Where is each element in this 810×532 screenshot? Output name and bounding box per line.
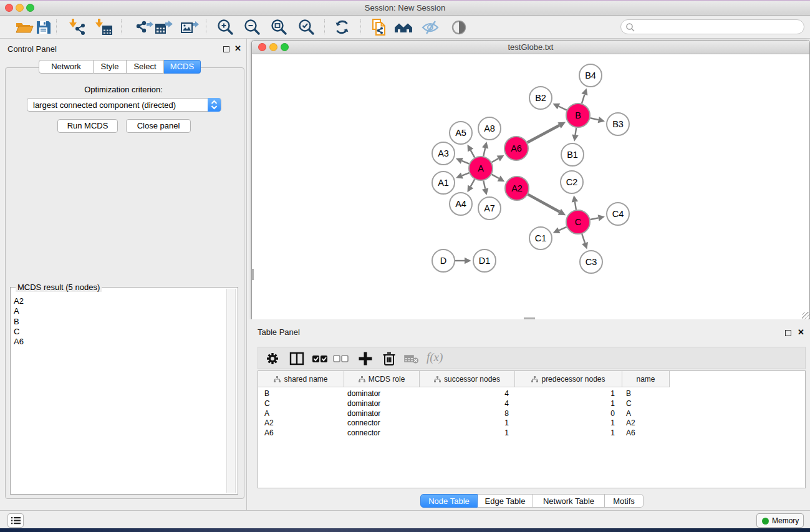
save-icon[interactable]	[34, 17, 54, 37]
arrowhead	[598, 215, 605, 221]
tab-select[interactable]: Select	[127, 60, 164, 74]
table-row[interactable]: A6connector11A6	[258, 428, 805, 438]
tab-node-table[interactable]: Node Table	[420, 494, 478, 508]
node-label-B2: B2	[535, 93, 546, 103]
mcds-result-item[interactable]: C	[14, 327, 24, 337]
edge-A-A8[interactable]	[483, 148, 485, 156]
column-header-successor-nodes[interactable]: successor nodes	[420, 371, 515, 387]
window-resize-handle[interactable]	[802, 312, 809, 319]
float-panel-icon[interactable]	[223, 46, 229, 52]
close-panel-button[interactable]: Close panel	[126, 119, 191, 133]
task-history-button[interactable]	[7, 513, 24, 528]
edge-A-A4[interactable]	[471, 179, 475, 186]
node-table: shared nameMCDS rolesuccessor nodesprede…	[258, 370, 806, 488]
edge-B-B4[interactable]	[582, 95, 584, 104]
mcds-result-scrollbar[interactable]	[226, 289, 236, 493]
export-image-icon[interactable]	[179, 17, 199, 37]
table-row[interactable]: Adominator80A	[258, 409, 805, 418]
edge-A-A3[interactable]	[462, 161, 470, 164]
select-all-icon[interactable]	[311, 350, 329, 367]
control-panel-tabs: Network Style Select MCDS	[39, 60, 201, 74]
tab-motifs[interactable]: Motifs	[605, 494, 644, 508]
optimization-dropdown[interactable]: largest connected component (directed)	[27, 98, 221, 112]
copy-document-icon[interactable]	[369, 17, 388, 37]
edge-A-A5[interactable]	[471, 150, 475, 158]
table-settings-gear-icon[interactable]	[264, 350, 281, 367]
delete-table-icon[interactable]	[403, 350, 420, 367]
refresh-icon[interactable]	[332, 17, 352, 37]
zoom-fit-icon[interactable]	[269, 17, 289, 37]
edge-B-B3[interactable]	[591, 118, 599, 120]
table-header: shared nameMCDS rolesuccessor nodesprede…	[258, 371, 670, 387]
memory-label: Memory	[772, 516, 799, 525]
function-builder-icon[interactable]: f(x)	[427, 350, 444, 367]
run-mcds-button[interactable]: Run MCDS	[57, 119, 118, 133]
edge-C-C4[interactable]	[591, 218, 599, 220]
edge-C-C3[interactable]	[582, 234, 585, 243]
node-label-C4: C4	[612, 209, 624, 219]
mcds-result-item[interactable]: A	[14, 306, 24, 316]
column-header-shared-name[interactable]: shared name	[258, 371, 344, 387]
network-window-titlebar: testGlobe.txt	[252, 41, 809, 54]
table-row[interactable]: Bdominator41B	[258, 389, 805, 399]
network-canvas[interactable]: AA1A2A3A4A5A6A7A8BB1B2B3B4CC1C2C3C4DD1	[252, 55, 809, 319]
tab-mcds[interactable]: MCDS	[164, 60, 201, 74]
hide-annotations-icon[interactable]	[420, 17, 440, 37]
table-close-icon[interactable]: ✕	[798, 327, 804, 337]
edge-C-C2[interactable]	[575, 202, 576, 210]
search-input[interactable]	[620, 19, 804, 34]
node-label-A5: A5	[455, 128, 466, 138]
cell: 1	[471, 418, 509, 427]
tab-style[interactable]: Style	[94, 60, 127, 74]
tab-network-table[interactable]: Network Table	[533, 494, 605, 508]
memory-button[interactable]: Memory	[756, 513, 804, 528]
mcds-result-item[interactable]: B	[14, 317, 24, 327]
cell: C	[626, 399, 632, 408]
tab-edge-table[interactable]: Edge Table	[478, 494, 533, 508]
export-table-icon[interactable]	[153, 17, 173, 37]
arrowhead	[572, 195, 578, 202]
home-icon[interactable]	[393, 17, 413, 37]
table-row[interactable]: A2connector11A2	[258, 418, 805, 428]
edge-C-C1[interactable]	[559, 227, 566, 230]
open-folder-icon[interactable]	[14, 17, 34, 37]
cell: 1	[577, 418, 615, 427]
zoom-selected-icon[interactable]	[297, 17, 317, 37]
column-header-predecessor-nodes[interactable]: predecessor nodes	[515, 371, 622, 387]
arrowhead	[482, 142, 488, 148]
cell: 4	[471, 389, 509, 398]
node-label-C3: C3	[586, 257, 597, 267]
table-panel-tabs: Node Table Edge Table Network Table Moti…	[420, 494, 644, 508]
show-graphics-details-icon[interactable]	[449, 17, 469, 37]
edge-B-B2[interactable]	[559, 107, 567, 110]
edge-A-A7[interactable]	[483, 181, 485, 189]
zoom-in-icon[interactable]	[216, 17, 236, 37]
cell: dominator	[347, 409, 380, 418]
column-header-name[interactable]: name	[622, 371, 670, 387]
column-view-icon[interactable]	[288, 350, 306, 367]
tab-network[interactable]: Network	[39, 60, 94, 74]
zoom-out-icon[interactable]	[243, 17, 263, 37]
edge-B-B1[interactable]	[576, 128, 577, 135]
column-type-icon	[274, 376, 281, 383]
edge-A-A2[interactable]	[492, 175, 499, 178]
import-network-icon[interactable]	[66, 17, 86, 37]
table-row[interactable]: Cdominator41C	[258, 399, 805, 409]
mcds-result-item[interactable]: A2	[14, 296, 24, 306]
close-panel-icon[interactable]: ✕	[234, 44, 241, 53]
edge-A2-C[interactable]	[528, 195, 560, 212]
search-icon	[625, 22, 635, 32]
deselect-all-icon[interactable]	[332, 350, 349, 367]
control-panel-title: Control Panel	[7, 44, 57, 54]
edge-A-A6[interactable]	[491, 158, 498, 162]
mcds-result-item[interactable]: A6	[14, 337, 24, 347]
add-column-icon[interactable]	[357, 350, 374, 367]
delete-column-icon[interactable]	[380, 350, 398, 367]
column-header-MCDS-role[interactable]: MCDS role	[344, 371, 420, 387]
cell: A	[626, 409, 631, 418]
edge-A6-B[interactable]	[528, 125, 559, 143]
edge-A-A1[interactable]	[462, 173, 469, 175]
export-network-icon[interactable]	[133, 17, 153, 37]
import-table-icon[interactable]	[94, 17, 113, 37]
table-float-icon[interactable]	[785, 330, 791, 336]
